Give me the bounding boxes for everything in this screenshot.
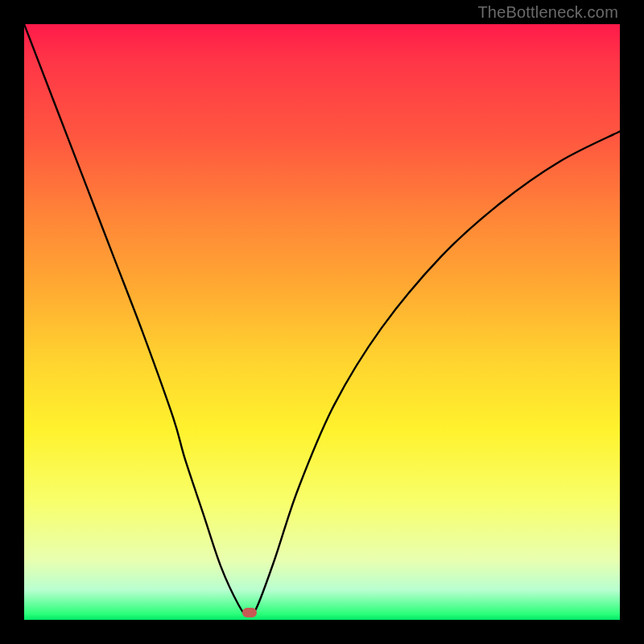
bottleneck-curve	[24, 24, 620, 616]
minimum-marker	[242, 608, 257, 617]
watermark-text: TheBottleneck.com	[477, 3, 618, 22]
curve-svg	[24, 24, 620, 620]
plot-area	[24, 24, 620, 620]
chart-frame: TheBottleneck.com	[0, 0, 644, 644]
